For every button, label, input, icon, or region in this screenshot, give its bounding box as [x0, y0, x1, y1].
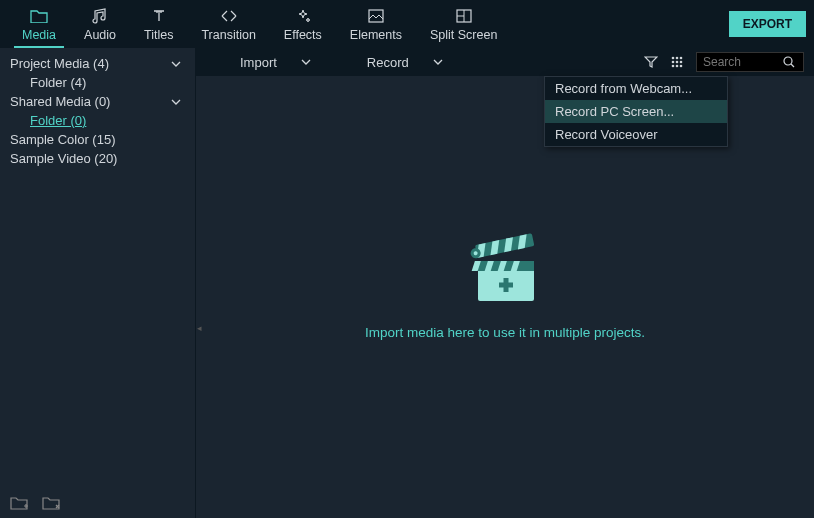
sidebar-bottom-tools — [10, 496, 60, 510]
tab-label: Audio — [84, 28, 116, 42]
sidebar-item-label: Project Media (4) — [10, 56, 171, 71]
chevron-down-icon — [171, 61, 185, 67]
search-box — [696, 52, 804, 72]
split-icon — [456, 7, 472, 25]
sidebar-item-label: Folder (4) — [30, 75, 185, 90]
transition-icon — [220, 7, 238, 25]
tab-split-screen[interactable]: Split Screen — [416, 0, 511, 48]
sidebar-item-label: Sample Video (20) — [10, 151, 185, 166]
export-button[interactable]: EXPORT — [729, 11, 806, 37]
sidebar: Project Media (4) Folder (4) Shared Medi… — [0, 48, 196, 518]
sidebar-item-shared-media[interactable]: Shared Media (0) — [10, 92, 185, 111]
content-panel: ◂ Import Record — [196, 48, 814, 518]
text-icon — [151, 7, 167, 25]
svg-point-6 — [676, 61, 679, 64]
tab-elements[interactable]: Elements — [336, 0, 416, 48]
tab-label: Elements — [350, 28, 402, 42]
record-dropdown[interactable]: Record — [353, 48, 457, 76]
sidebar-item-sample-color[interactable]: Sample Color (15) — [10, 130, 185, 149]
content-subbar: Import Record — [196, 48, 814, 76]
import-dropdown[interactable]: Import — [226, 48, 325, 76]
tab-label: Split Screen — [430, 28, 497, 42]
tab-titles[interactable]: Titles — [130, 0, 187, 48]
top-toolbar: Media Audio Titles Transition Effects El… — [0, 0, 814, 48]
svg-point-7 — [680, 61, 683, 64]
grid-view-icon[interactable] — [670, 55, 684, 69]
tab-label: Titles — [144, 28, 173, 42]
music-icon — [92, 7, 108, 25]
svg-point-4 — [680, 57, 683, 60]
sidebar-item-project-media[interactable]: Project Media (4) — [10, 54, 185, 73]
svg-point-8 — [672, 65, 675, 68]
svg-point-9 — [676, 65, 679, 68]
chevron-down-icon — [301, 59, 311, 65]
sidebar-item-label: Sample Color (15) — [10, 132, 185, 147]
search-icon[interactable] — [783, 56, 795, 68]
empty-text: Import media here to use it in multiple … — [365, 325, 645, 340]
main-area: Project Media (4) Folder (4) Shared Medi… — [0, 48, 814, 518]
svg-point-2 — [672, 57, 675, 60]
tab-effects[interactable]: Effects — [270, 0, 336, 48]
chevron-down-icon — [171, 99, 185, 105]
menu-item-record-webcam[interactable]: Record from Webcam... — [545, 77, 727, 100]
search-input[interactable] — [703, 55, 783, 69]
sidebar-item-label: Folder (0) — [30, 113, 185, 128]
record-dropdown-menu: Record from Webcam... Record PC Screen..… — [544, 76, 728, 147]
sidebar-item-folder-selected[interactable]: Folder (0) — [10, 111, 185, 130]
svg-rect-0 — [369, 10, 383, 22]
remove-folder-icon[interactable] — [42, 496, 60, 510]
svg-point-3 — [676, 57, 679, 60]
record-label: Record — [367, 55, 409, 70]
import-label: Import — [240, 55, 277, 70]
menu-item-record-voiceover[interactable]: Record Voiceover — [545, 123, 727, 146]
add-folder-icon[interactable] — [10, 496, 28, 510]
tab-transition[interactable]: Transition — [187, 0, 269, 48]
filter-icon[interactable] — [644, 55, 658, 69]
sidebar-item-label: Shared Media (0) — [10, 94, 171, 109]
sidebar-item-sample-video[interactable]: Sample Video (20) — [10, 149, 185, 168]
sparkle-icon — [295, 7, 311, 25]
image-icon — [368, 7, 384, 25]
tab-label: Transition — [201, 28, 255, 42]
sidebar-item-folder[interactable]: Folder (4) — [10, 73, 185, 92]
svg-point-5 — [672, 61, 675, 64]
folder-icon — [30, 7, 48, 25]
svg-point-11 — [784, 57, 792, 65]
collapse-sidebar-handle[interactable]: ◂ — [195, 308, 203, 348]
svg-point-10 — [680, 65, 683, 68]
tab-audio[interactable]: Audio — [70, 0, 130, 48]
tab-label: Media — [22, 28, 56, 42]
tab-media[interactable]: Media — [8, 0, 70, 48]
chevron-down-icon — [433, 59, 443, 65]
clapperboard-icon — [469, 233, 541, 307]
tab-label: Effects — [284, 28, 322, 42]
menu-item-record-pc-screen[interactable]: Record PC Screen... — [545, 100, 727, 123]
